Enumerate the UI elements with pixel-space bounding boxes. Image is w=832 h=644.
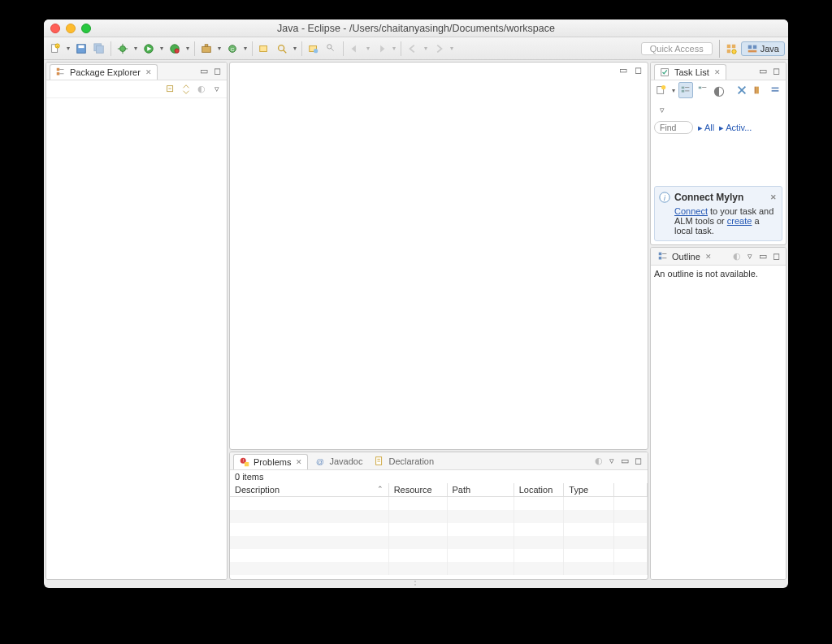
declaration-tab[interactable]: Declaration bbox=[369, 454, 439, 469]
new-task-button[interactable] bbox=[654, 82, 669, 98]
maximize-view-icon[interactable]: ◻ bbox=[211, 66, 223, 77]
column-description[interactable]: Description⌃ bbox=[230, 483, 388, 497]
javadoc-tab[interactable]: @ Javadoc bbox=[310, 454, 367, 469]
java-perspective-button[interactable]: Java bbox=[741, 41, 785, 56]
editor-maximize-icon[interactable]: ◻ bbox=[632, 64, 644, 76]
column-extra[interactable] bbox=[613, 483, 647, 497]
problems-minimize-icon[interactable]: ▭ bbox=[619, 456, 630, 467]
main-toolbar: + ▾ ▾ ▾ ▾ ▾ C ▾ ▾ ▾ ▾ ▾ ▾ Quick Access bbox=[44, 37, 788, 60]
mylyn-connect-link[interactable]: Connect bbox=[674, 206, 708, 216]
task-list-close-icon[interactable]: ✕ bbox=[714, 68, 721, 76]
package-explorer-body[interactable] bbox=[46, 98, 227, 579]
new-package-button[interactable] bbox=[198, 41, 214, 57]
open-perspective-button[interactable] bbox=[723, 41, 739, 57]
column-resource[interactable]: Resource bbox=[388, 483, 447, 497]
scheduled-button[interactable] bbox=[695, 82, 709, 98]
forward-dropdown[interactable]: ▾ bbox=[448, 45, 455, 52]
toggle-breadcrumb-button[interactable] bbox=[323, 41, 340, 57]
focus-workweek-button[interactable]: ◐ bbox=[712, 82, 726, 98]
task-list-maximize-icon[interactable]: ◻ bbox=[770, 66, 782, 77]
minimize-view-icon[interactable]: ▭ bbox=[198, 66, 210, 77]
open-task-button[interactable] bbox=[306, 41, 322, 57]
task-list-minimize-icon[interactable]: ▭ bbox=[757, 66, 769, 77]
outline-menu-icon[interactable]: ▿ bbox=[744, 251, 756, 262]
column-location[interactable]: Location bbox=[514, 483, 564, 497]
open-type-button[interactable] bbox=[256, 41, 272, 57]
next-annotation-button[interactable] bbox=[373, 41, 389, 57]
link-editor-icon[interactable] bbox=[180, 84, 192, 95]
problems-focus-icon[interactable]: ◐ bbox=[593, 456, 604, 467]
svg-rect-36 bbox=[57, 67, 60, 71]
svg-point-24 bbox=[314, 49, 318, 53]
problems-table: Description⌃ Resource Path Location Type bbox=[230, 483, 648, 575]
workspace: Package Explorer ✕ ▭ ◻ ◐ ▿ bbox=[44, 60, 788, 581]
titlebar: Java - Eclipse - /Users/chaitanyasingh/D… bbox=[44, 19, 788, 37]
next-annotation-dropdown[interactable]: ▾ bbox=[391, 45, 397, 52]
package-explorer-close-icon[interactable]: ✕ bbox=[145, 68, 152, 76]
run-button[interactable] bbox=[141, 41, 157, 57]
problems-maximize-icon[interactable]: ◻ bbox=[632, 456, 644, 467]
coverage-dropdown[interactable]: ▾ bbox=[184, 45, 191, 52]
debug-button[interactable] bbox=[115, 41, 131, 57]
new-task-dropdown[interactable]: ▾ bbox=[670, 87, 676, 94]
svg-text:+: + bbox=[56, 44, 58, 48]
new-class-dropdown[interactable]: ▾ bbox=[242, 45, 249, 52]
declaration-icon bbox=[374, 456, 385, 467]
categorized-button[interactable] bbox=[678, 82, 694, 98]
svg-rect-4 bbox=[79, 45, 84, 48]
task-list-tab[interactable]: Task List ✕ bbox=[654, 64, 726, 80]
editor-area[interactable]: ▭ ◻ bbox=[229, 62, 648, 450]
outline-maximize-icon[interactable]: ◻ bbox=[770, 251, 782, 262]
outline-close-icon[interactable]: ✕ bbox=[705, 253, 712, 261]
quick-access-field[interactable]: Quick Access bbox=[641, 42, 713, 55]
prev-annotation-dropdown[interactable]: ▾ bbox=[365, 45, 371, 52]
svg-marker-27 bbox=[352, 45, 356, 52]
task-list-body[interactable] bbox=[651, 136, 786, 183]
outline-minimize-icon[interactable]: ▭ bbox=[757, 251, 769, 262]
prev-annotation-button[interactable] bbox=[347, 41, 363, 57]
editor-minimize-icon[interactable]: ▭ bbox=[618, 64, 629, 76]
hide-completed-button[interactable] bbox=[751, 82, 765, 98]
task-activate-link[interactable]: ▸ Activ... bbox=[719, 123, 752, 133]
problems-tab[interactable]: ! Problems ✕ bbox=[233, 454, 308, 469]
collapse-all-icon[interactable] bbox=[165, 84, 176, 95]
new-button[interactable]: + bbox=[47, 41, 63, 57]
svg-rect-52 bbox=[682, 87, 685, 89]
editor-header-controls: ▭ ◻ bbox=[617, 64, 644, 76]
new-package-dropdown[interactable]: ▾ bbox=[216, 45, 223, 52]
save-button[interactable] bbox=[73, 41, 89, 57]
task-list-menu-icon[interactable]: ▿ bbox=[656, 105, 668, 116]
view-menu-icon[interactable]: ▿ bbox=[211, 84, 223, 95]
new-class-button[interactable]: C bbox=[224, 41, 240, 57]
run-dropdown[interactable]: ▾ bbox=[158, 45, 165, 52]
problems-close-icon[interactable]: ✕ bbox=[296, 458, 302, 466]
column-type[interactable]: Type bbox=[564, 483, 614, 497]
back-dropdown[interactable]: ▾ bbox=[422, 45, 429, 52]
outline-tab[interactable]: Outline ✕ bbox=[654, 249, 715, 264]
forward-button[interactable] bbox=[431, 41, 447, 57]
focus-task-icon[interactable]: ◐ bbox=[196, 84, 207, 95]
debug-dropdown[interactable]: ▾ bbox=[132, 45, 139, 52]
save-all-button[interactable] bbox=[91, 41, 107, 57]
problems-tab-group: ! Problems ✕ @ Javadoc Declaration bbox=[233, 453, 439, 469]
problems-tab-label: Problems bbox=[254, 457, 291, 467]
task-find-input[interactable] bbox=[654, 121, 693, 134]
mylyn-close-icon[interactable]: ✕ bbox=[770, 193, 777, 201]
collapse-all-tasks-button[interactable] bbox=[768, 82, 782, 98]
column-path[interactable]: Path bbox=[447, 483, 514, 497]
window-title: Java - Eclipse - /Users/chaitanyasingh/D… bbox=[44, 23, 788, 34]
mylyn-create-link[interactable]: create bbox=[727, 216, 752, 226]
outline-focus-icon[interactable]: ◐ bbox=[731, 251, 743, 262]
search-button[interactable] bbox=[274, 41, 290, 57]
synchronize-button[interactable] bbox=[734, 82, 749, 98]
task-all-link[interactable]: ▸ All bbox=[698, 123, 714, 133]
coverage-button[interactable] bbox=[167, 41, 183, 57]
outline-icon bbox=[657, 251, 669, 262]
problems-menu-icon[interactable]: ▿ bbox=[606, 456, 618, 467]
new-dropdown[interactable]: ▾ bbox=[65, 45, 72, 52]
statusbar-drag-handle[interactable]: ⋮ bbox=[44, 581, 788, 588]
search-dropdown[interactable]: ▾ bbox=[292, 45, 298, 52]
svg-rect-6 bbox=[97, 45, 104, 53]
package-explorer-tab[interactable]: Package Explorer ✕ bbox=[50, 64, 158, 80]
back-button[interactable] bbox=[405, 41, 421, 57]
